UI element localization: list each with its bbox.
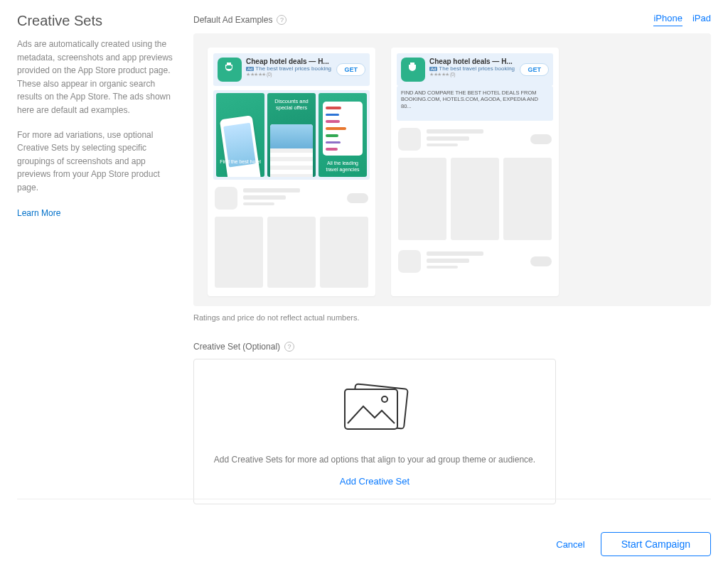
placeholder-shot (503, 158, 552, 240)
get-button[interactable]: GET (520, 63, 549, 76)
intro-paragraph-1: Ads are automatically created using the … (17, 38, 181, 117)
placeholder-shot (267, 217, 316, 288)
app-title: Cheap hotel deals — H... (429, 58, 515, 65)
learn-more-link[interactable]: Learn More (17, 208, 60, 218)
app-subtitle: The best travel prices booking (439, 65, 515, 72)
app-subtitle: The best travel prices booking (255, 65, 331, 72)
placeholder-icon (398, 250, 421, 273)
tab-ipad[interactable]: iPad (692, 13, 711, 26)
creative-set-box: Add Creative Sets for more ad options th… (193, 359, 556, 504)
svg-rect-2 (345, 389, 397, 429)
get-button[interactable]: GET (336, 63, 365, 76)
help-icon[interactable]: ? (284, 342, 294, 352)
default-ad-examples-label: Default Ad Examples (193, 15, 272, 25)
placeholder-shot (398, 158, 446, 240)
help-icon[interactable]: ? (277, 15, 287, 25)
intro-paragraph-2: For more ad variations, use optional Cre… (17, 129, 181, 195)
start-campaign-button[interactable]: Start Campaign (601, 532, 711, 556)
rating-count: (0) (267, 72, 272, 77)
ad-badge: Ad (246, 67, 254, 71)
placeholder-shot (320, 217, 368, 288)
page-title: Creative Sets (17, 13, 181, 29)
placeholder-pill (530, 134, 552, 144)
ad-examples-box: Cheap hotel deals — H... AdThe best trav… (193, 33, 711, 306)
cancel-button[interactable]: Cancel (556, 539, 584, 550)
pictures-icon (208, 379, 541, 440)
placeholder-icon (215, 187, 237, 210)
svg-rect-0 (226, 65, 232, 69)
app-icon (218, 58, 242, 82)
placeholder-shot (451, 158, 499, 240)
app-icon (401, 58, 425, 82)
placeholder-icon (398, 128, 421, 151)
rating-stars: ★★★★★ (429, 72, 449, 77)
ad-card-text: Cheap hotel deals — H... AdThe best trav… (391, 48, 559, 296)
screenshot-3: All the leading travel agencies (318, 93, 367, 177)
add-creative-set-link[interactable]: Add Creative Set (208, 476, 541, 487)
creative-set-description: Add Creative Sets for more ad options th… (208, 453, 541, 466)
ad-card-screenshots: Cheap hotel deals — H... AdThe best trav… (208, 48, 375, 296)
app-title: Cheap hotel deals — H... (246, 58, 332, 65)
rating-stars: ★★★★★ (246, 72, 266, 77)
creative-set-label: Creative Set (Optional) (193, 342, 280, 352)
ratings-disclaimer: Ratings and price do not reflect actual … (193, 313, 711, 322)
placeholder-pill (347, 193, 368, 203)
ad-badge: Ad (429, 67, 437, 71)
screenshot-2: Discounts and special offers (267, 93, 316, 177)
screenshot-1: Find the best hotel deals (216, 93, 264, 177)
tab-iphone[interactable]: iPhone (653, 13, 682, 26)
ad-description: FIND AND COMPARE THE BEST HOTEL DEALS FR… (397, 86, 553, 121)
placeholder-pill (530, 256, 552, 266)
rating-count: (0) (450, 72, 455, 77)
placeholder-shot (215, 217, 263, 288)
